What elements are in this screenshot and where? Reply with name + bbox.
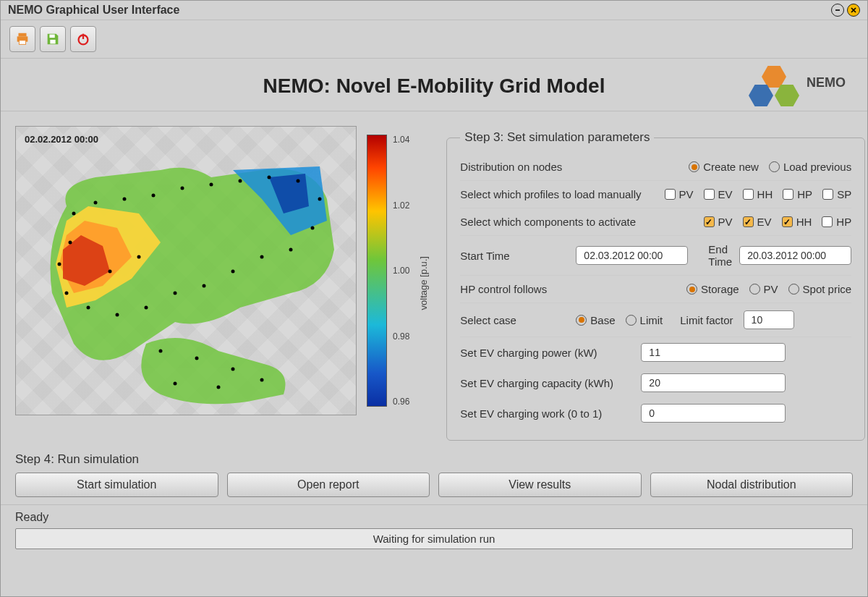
svg-point-33 [195,357,199,360]
check-pv-profile[interactable]: PV [665,188,694,200]
svg-point-26 [145,306,148,310]
logo-hex-green [775,85,799,106]
colorbar: 1.04 1.02 1.00 0.98 0.96 voltage [p.u.] [367,126,432,441]
status-bar: Waiting for simulation run [15,528,853,549]
power-icon [75,31,91,47]
radio-storage[interactable]: Storage [686,283,739,295]
map-panel[interactable]: 02.02.2012 00:00 [15,126,357,415]
row-ev-work: Set EV charging work (0 to 1) 0 [460,398,851,428]
ev-capacity-label: Set EV charging capacity (kWh) [460,377,634,389]
row-ev-capacity: Set EV charging capacity (kWh) 20 [460,368,851,398]
row-case: Select case Base Limit Limit factor 10 [460,303,851,337]
colorbar-gradient [367,135,387,407]
cbar-tick: 1.04 [393,135,409,145]
ev-work-label: Set EV charging work (0 to 1) [460,407,634,420]
header: NEMO: Novel E-Mobility Grid Model NEMO [1,59,867,111]
window-controls [831,4,860,17]
cbar-tick: 0.96 [393,397,409,407]
svg-point-38 [137,255,141,259]
radio-pv[interactable]: PV [749,283,778,295]
svg-point-28 [87,306,90,310]
svg-point-19 [318,198,322,201]
power-button[interactable] [70,26,96,52]
view-results-button[interactable]: View results [438,473,642,497]
check-ev-activate[interactable]: EV [743,216,772,228]
svg-point-16 [239,179,242,183]
radio-load-previous[interactable]: Load previous [769,161,851,173]
svg-point-12 [123,198,127,201]
svg-point-39 [109,270,112,274]
radio-limit[interactable]: Limit [626,314,663,326]
step3-title: Step 3: Set simulation parameters [460,130,654,145]
logo-hex-blue [749,85,773,106]
case-label: Select case [460,314,569,326]
svg-point-34 [231,368,235,371]
colorbar-ticks: 1.04 1.02 1.00 0.98 0.96 [391,135,411,407]
status-area: Ready Waiting for simulation run [1,505,867,559]
check-pv-activate[interactable]: PV [704,216,733,228]
step4-title: Step 4: Run simulation [15,452,853,467]
map-column: 02.02.2012 00:00 [15,126,432,441]
svg-rect-6 [49,35,54,38]
cbar-tick: 0.98 [393,331,409,342]
start-time-input[interactable]: 02.03.2012 00:00 [576,246,688,265]
page-title: NEMO: Novel E-Mobility Grid Model [263,75,605,98]
svg-point-29 [65,292,69,295]
close-button[interactable] [847,4,860,17]
save-button[interactable] [40,26,66,52]
cbar-tick: 1.00 [393,266,409,276]
cbar-tick: 1.02 [393,200,409,211]
logo: NEMO [744,66,846,118]
row-distribution: Distribution on nodes Create new Load pr… [460,153,851,181]
svg-point-27 [116,313,119,317]
map-timestamp: 02.02.2012 00:00 [25,134,98,145]
step4-panel: Step 4: Run simulation Start simulation … [1,448,867,505]
open-report-button[interactable]: Open report [227,473,430,497]
ev-work-input[interactable]: 0 [641,404,786,423]
svg-point-11 [94,201,98,205]
check-hp-activate[interactable]: HP [822,216,851,228]
ev-capacity-input[interactable]: 20 [641,373,786,392]
svg-point-36 [217,386,221,389]
check-hp-profile[interactable]: HP [783,188,812,200]
radio-base[interactable]: Base [576,314,615,326]
start-time-label: Start Time [460,250,569,262]
start-simulation-button[interactable]: Start simulation [15,473,218,497]
check-hh-activate[interactable]: HH [782,216,812,228]
activate-label: Select which components to activate [460,216,636,228]
status-label: Ready [15,511,853,524]
ev-power-input[interactable]: 11 [641,343,786,362]
svg-point-10 [72,212,76,216]
check-ev-profile[interactable]: EV [704,188,733,200]
svg-point-35 [260,378,264,382]
check-hh-profile[interactable]: HH [743,188,773,200]
app-window: NEMO Graphical User Interface NEMO: Nove… [0,0,868,597]
row-hp-control: HP control follows Storage PV Spot price [460,276,851,303]
svg-rect-5 [19,41,25,45]
svg-point-37 [174,382,177,386]
radio-create-new[interactable]: Create new [689,161,759,173]
svg-point-17 [268,176,271,179]
svg-point-31 [69,241,72,245]
svg-point-23 [231,270,235,274]
distribution-label: Distribution on nodes [460,161,634,173]
svg-point-14 [181,187,184,190]
minimize-button[interactable] [831,4,844,17]
svg-point-21 [289,248,293,252]
limit-factor-input[interactable]: 10 [744,310,794,329]
end-time-input[interactable]: 20.03.2012 00:00 [739,246,851,265]
radio-spot-price[interactable]: Spot price [788,283,852,295]
profiles-label: Select which profiles to load manually [460,188,641,200]
svg-point-24 [203,284,206,288]
row-times: Start Time 02.03.2012 00:00 End Time 20.… [460,236,851,276]
limit-factor-label: Limit factor [680,314,733,326]
print-button[interactable] [9,26,35,52]
row-profiles: Select which profiles to load manually P… [460,181,851,208]
hp-label: HP control follows [460,283,634,295]
check-sp-profile[interactable]: SP [822,188,851,200]
row-ev-power: Set EV charging power (kW) 11 [460,337,851,368]
svg-point-20 [311,226,315,230]
save-icon [45,31,61,47]
nodal-distribution-button[interactable]: Nodal distribution [650,473,854,497]
colorbar-label: voltage [p.u.] [415,256,432,310]
